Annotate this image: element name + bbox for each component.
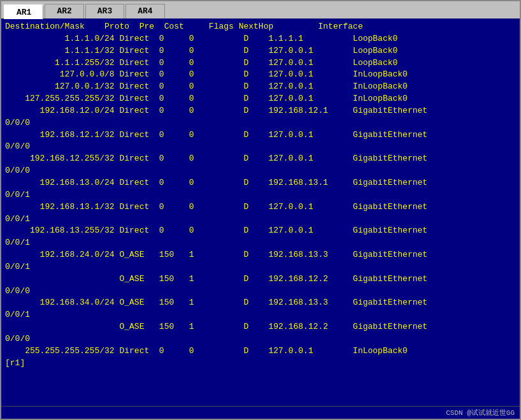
tab-ar4[interactable]: AR4: [125, 4, 164, 18]
table-row: 1.1.1.255/32 Direct 0 0 D 127.0.0.1 Loop…: [5, 57, 516, 69]
table-row: 192.168.12.1/32 Direct 0 0 D 127.0.0.1 G…: [5, 129, 516, 141]
table-row: 192.168.34.0/24 O_ASE 150 1 D 192.168.13…: [5, 297, 516, 309]
table-row-continuation: 0/0/1: [5, 237, 516, 249]
terminal-area[interactable]: Destination/Mask Proto Pre Cost Flags Ne…: [1, 18, 520, 406]
table-row-continuation: 0/0/0: [5, 333, 516, 345]
table-row-continuation: 0/0/0: [5, 141, 516, 153]
table-row: 192.168.13.0/24 Direct 0 0 D 192.168.13.…: [5, 177, 516, 189]
tab-ar1[interactable]: AR1: [4, 4, 43, 19]
terminal-prompt[interactable]: [r1]: [5, 358, 516, 370]
table-row-continuation: 0/0/1: [5, 214, 516, 226]
table-row-continuation: 0/0/1: [5, 309, 516, 321]
table-row: 127.0.0.1/32 Direct 0 0 D 127.0.0.1 InLo…: [5, 81, 516, 93]
footer-bar: CSDN @试试就近世GG: [1, 406, 520, 419]
table-row: 192.168.13.1/32 Direct 0 0 D 127.0.0.1 G…: [5, 201, 516, 214]
table-header: Destination/Mask Proto Pre Cost Flags Ne…: [5, 21, 516, 33]
table-row: O_ASE 150 1 D 192.168.12.2 GigabitEthern…: [5, 321, 516, 333]
table-row: 192.168.13.255/32 Direct 0 0 D 127.0.0.1…: [5, 225, 516, 237]
table-row: 192.168.24.0/24 O_ASE 150 1 D 192.168.13…: [5, 249, 516, 261]
table-row-continuation: 0/0/0: [5, 117, 516, 129]
table-row: 192.168.12.0/24 Direct 0 0 D 192.168.12.…: [5, 105, 516, 117]
table-row-continuation: 0/0/0: [5, 286, 516, 298]
table-row: 1.1.1.0/24 Direct 0 0 D 1.1.1.1 LoopBack…: [5, 33, 516, 45]
table-row-continuation: 0/0/0: [5, 165, 516, 177]
table-row: 192.168.12.255/32 Direct 0 0 D 127.0.0.1…: [5, 153, 516, 165]
tab-ar3[interactable]: AR3: [85, 4, 124, 18]
table-row-continuation: 0/0/1: [5, 261, 516, 273]
table-row: 255.255.255.255/32 Direct 0 0 D 127.0.0.…: [5, 345, 516, 358]
table-row: O_ASE 150 1 D 192.168.12.2 GigabitEthern…: [5, 273, 516, 286]
table-row: 127.255.255.255/32 Direct 0 0 D 127.0.0.…: [5, 93, 516, 105]
tab-ar2[interactable]: AR2: [45, 4, 83, 18]
tab-bar: AR1AR2AR3AR4: [1, 1, 520, 18]
table-row-continuation: 0/0/1: [5, 189, 516, 201]
table-row: 1.1.1.1/32 Direct 0 0 D 127.0.0.1 LoopBa…: [5, 45, 516, 57]
table-row: 127.0.0.0/8 Direct 0 0 D 127.0.0.1 InLoo…: [5, 69, 516, 81]
main-window: AR1AR2AR3AR4 Destination/Mask Proto Pre …: [0, 0, 521, 420]
